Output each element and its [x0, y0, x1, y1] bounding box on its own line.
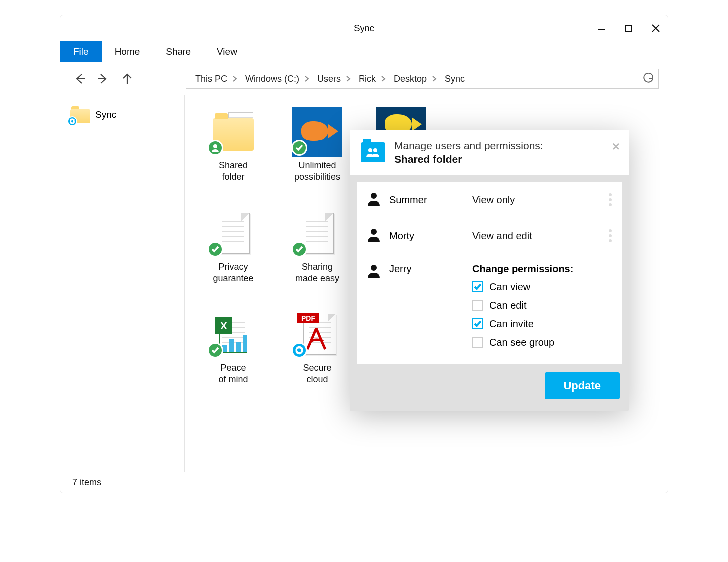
- file-secure-cloud[interactable]: PDF Secure cloud: [280, 309, 355, 385]
- checkbox-label: Can edit: [489, 300, 527, 311]
- crumb-rick[interactable]: Rick: [357, 74, 378, 84]
- svg-rect-0: [626, 25, 632, 31]
- synced-badge-icon: [207, 241, 223, 257]
- tab-share[interactable]: Share: [153, 41, 204, 62]
- user-name: Jerry: [389, 263, 464, 275]
- status-bar: 7 items: [60, 472, 668, 493]
- checkbox-label: Can see group: [489, 337, 554, 348]
- window-title: Sync: [354, 23, 374, 34]
- crumb-this-pc[interactable]: This PC: [193, 74, 229, 84]
- crumb-sync[interactable]: Sync: [443, 74, 467, 84]
- permission-row: Summer View only: [357, 182, 622, 218]
- synced-badge-icon: [207, 342, 223, 358]
- checkbox-can-edit[interactable]: Can edit: [472, 300, 612, 311]
- svg-point-1: [213, 144, 217, 148]
- excel-icon: X: [215, 317, 232, 334]
- dialog-header: Manage users and permissions: Shared fol…: [350, 130, 629, 175]
- crumb-desktop[interactable]: Desktop: [392, 74, 429, 84]
- tab-view[interactable]: View: [204, 41, 250, 62]
- chevron-right-icon: [304, 75, 312, 82]
- status-text: 7 items: [72, 477, 101, 488]
- svg-point-2: [368, 148, 372, 152]
- nav-row: This PC Windows (C:) Users Rick Desktop …: [60, 62, 668, 95]
- minimize-button[interactable]: [594, 20, 610, 36]
- svg-point-5: [371, 229, 377, 235]
- close-button[interactable]: [648, 20, 664, 36]
- chevron-right-icon: [381, 75, 389, 82]
- file-privacy-guarantee[interactable]: Privacy guarantee: [196, 208, 271, 283]
- file-label: Secure cloud: [303, 362, 331, 385]
- file-label: Shared folder: [219, 160, 248, 182]
- permissions-dialog: Manage users and permissions: Shared fol…: [350, 130, 629, 411]
- shared-folder-icon: [361, 142, 385, 162]
- file-sharing-made-easy[interactable]: Sharing made easy: [280, 208, 355, 283]
- file-label: Peace of mind: [218, 362, 248, 385]
- user-permission: View only: [472, 194, 601, 206]
- crumb-users[interactable]: Users: [315, 74, 343, 84]
- permission-row-expanded: Jerry Change permissions: Can view Can e…: [357, 254, 622, 364]
- up-button[interactable]: [117, 69, 137, 89]
- file-peace-of-mind[interactable]: X Peace of mind: [196, 309, 271, 385]
- person-icon: [366, 263, 381, 281]
- chevron-right-icon: [432, 75, 440, 82]
- synced-badge-icon: [291, 140, 307, 156]
- more-options-button[interactable]: [609, 229, 612, 242]
- checkbox-label: Can invite: [489, 318, 534, 330]
- chevron-right-icon: [232, 75, 240, 82]
- breadcrumb[interactable]: This PC Windows (C:) Users Rick Desktop …: [186, 69, 659, 89]
- file-label: Privacy guarantee: [213, 261, 253, 283]
- checkbox-can-see-group[interactable]: Can see group: [472, 337, 612, 348]
- user-name: Morty: [389, 230, 464, 242]
- sync-badge-icon: [67, 116, 77, 126]
- sidebar-item-label: Sync: [95, 109, 116, 120]
- change-permissions-title: Change permissions:: [472, 263, 612, 275]
- file-shared-folder[interactable]: Shared folder: [196, 107, 271, 182]
- forward-button[interactable]: [93, 69, 113, 89]
- sidebar: Sync: [60, 95, 185, 472]
- back-button[interactable]: [69, 69, 89, 89]
- maximize-button[interactable]: [621, 20, 637, 36]
- checkbox-label: Can view: [489, 281, 530, 293]
- person-icon: [366, 227, 381, 245]
- svg-point-6: [371, 265, 377, 271]
- file-label: Unlimited possibilities: [294, 160, 340, 182]
- permission-row: Morty View and edit: [357, 218, 622, 254]
- explorer-window: Sync File Home Share View: [60, 15, 668, 493]
- dialog-title-line2: Shared folder: [394, 152, 543, 166]
- checkbox-can-invite[interactable]: Can invite: [472, 318, 612, 330]
- chevron-right-icon: [346, 75, 354, 82]
- shared-badge-icon: [207, 140, 223, 156]
- dialog-close-button[interactable]: ×: [612, 139, 620, 154]
- person-icon: [366, 191, 381, 209]
- tab-home[interactable]: Home: [102, 41, 153, 62]
- crumb-drive[interactable]: Windows (C:): [243, 74, 301, 84]
- user-permission: View and edit: [472, 230, 601, 242]
- folder-icon: [70, 106, 90, 123]
- tab-file[interactable]: File: [60, 41, 102, 62]
- sidebar-item-sync[interactable]: Sync: [66, 104, 179, 125]
- refresh-button[interactable]: [643, 69, 654, 88]
- svg-point-4: [371, 193, 377, 199]
- update-button[interactable]: Update: [545, 372, 620, 399]
- svg-point-3: [373, 148, 377, 152]
- checkbox-can-view[interactable]: Can view: [472, 281, 612, 293]
- synced-badge-icon: [291, 241, 307, 257]
- title-bar: Sync: [60, 15, 668, 41]
- dialog-title-line1: Manage users and permissions:: [394, 139, 543, 152]
- user-name: Summer: [389, 194, 464, 206]
- file-label: Sharing made easy: [295, 261, 339, 283]
- pdf-icon: PDF: [297, 313, 319, 323]
- syncing-badge-icon: [291, 342, 307, 358]
- file-unlimited-possibilities[interactable]: Unlimited possibilities: [280, 107, 355, 182]
- more-options-button[interactable]: [609, 193, 612, 206]
- ribbon-tabs: File Home Share View: [60, 41, 668, 62]
